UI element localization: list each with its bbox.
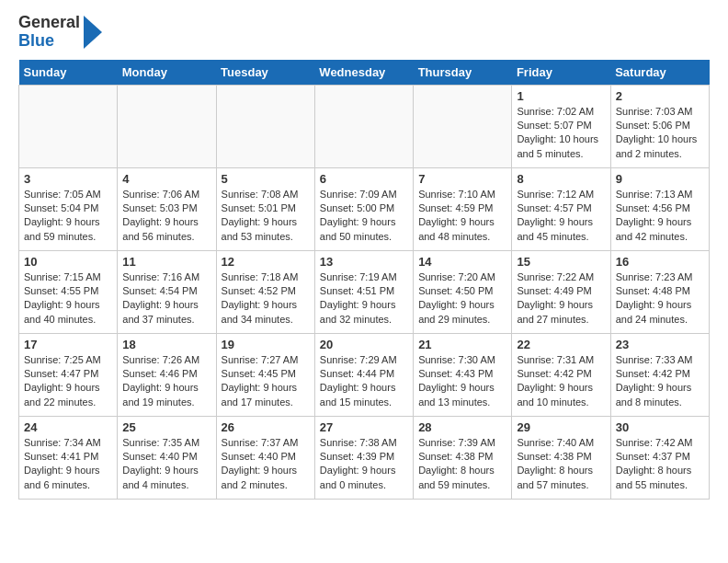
day-header-thursday: Thursday: [414, 60, 512, 86]
day-info: Sunrise: 7:23 AM Sunset: 4:48 PM Dayligh…: [616, 270, 704, 327]
week-row-3: 17Sunrise: 7:25 AM Sunset: 4:47 PM Dayli…: [19, 333, 710, 416]
week-row-1: 3Sunrise: 7:05 AM Sunset: 5:04 PM Daylig…: [19, 167, 710, 250]
day-number: 27: [320, 420, 408, 434]
day-number: 18: [122, 338, 210, 351]
calendar-cell: 12Sunrise: 7:18 AM Sunset: 4:52 PM Dayli…: [216, 250, 314, 333]
calendar-cell: [314, 85, 413, 167]
calendar-cell: 3Sunrise: 7:05 AM Sunset: 5:04 PM Daylig…: [19, 167, 118, 250]
calendar-cell: 9Sunrise: 7:13 AM Sunset: 4:56 PM Daylig…: [610, 167, 709, 250]
calendar-cell: 18Sunrise: 7:26 AM Sunset: 4:46 PM Dayli…: [118, 333, 216, 416]
logo-general: General: [18, 14, 80, 32]
day-number: 22: [517, 338, 605, 351]
day-info: Sunrise: 7:06 AM Sunset: 5:03 PM Dayligh…: [122, 188, 210, 245]
calendar-cell: 23Sunrise: 7:33 AM Sunset: 4:42 PM Dayli…: [610, 333, 709, 416]
day-number: 29: [517, 420, 605, 434]
calendar-cell: [216, 85, 314, 167]
day-info: Sunrise: 7:27 AM Sunset: 4:45 PM Dayligh…: [222, 353, 310, 410]
calendar-cell: 2Sunrise: 7:03 AM Sunset: 5:06 PM Daylig…: [610, 85, 709, 167]
calendar-cell: [19, 85, 118, 167]
day-number: 30: [616, 420, 704, 434]
calendar-cell: 11Sunrise: 7:16 AM Sunset: 4:54 PM Dayli…: [118, 250, 216, 333]
day-info: Sunrise: 7:39 AM Sunset: 4:38 PM Dayligh…: [418, 436, 506, 493]
day-info: Sunrise: 7:42 AM Sunset: 4:37 PM Dayligh…: [616, 436, 704, 493]
day-info: Sunrise: 7:08 AM Sunset: 5:01 PM Dayligh…: [222, 188, 310, 245]
day-info: Sunrise: 7:20 AM Sunset: 4:50 PM Dayligh…: [418, 270, 506, 327]
calendar-cell: [414, 85, 512, 167]
day-info: Sunrise: 7:35 AM Sunset: 4:40 PM Dayligh…: [122, 436, 210, 493]
day-info: Sunrise: 7:22 AM Sunset: 4:49 PM Dayligh…: [517, 270, 605, 327]
calendar-cell: 20Sunrise: 7:29 AM Sunset: 4:44 PM Dayli…: [314, 333, 413, 416]
day-info: Sunrise: 7:29 AM Sunset: 4:44 PM Dayligh…: [320, 353, 408, 410]
header: GeneralBlue: [18, 14, 710, 51]
day-number: 13: [320, 255, 408, 269]
day-info: Sunrise: 7:25 AM Sunset: 4:47 PM Dayligh…: [24, 353, 112, 410]
day-info: Sunrise: 7:15 AM Sunset: 4:55 PM Dayligh…: [24, 270, 112, 327]
week-row-4: 24Sunrise: 7:34 AM Sunset: 4:41 PM Dayli…: [19, 416, 710, 499]
calendar-cell: 25Sunrise: 7:35 AM Sunset: 4:40 PM Dayli…: [118, 416, 216, 499]
calendar-cell: 26Sunrise: 7:37 AM Sunset: 4:40 PM Dayli…: [216, 416, 314, 499]
calendar-cell: 29Sunrise: 7:40 AM Sunset: 4:38 PM Dayli…: [512, 416, 610, 499]
calendar-cell: 19Sunrise: 7:27 AM Sunset: 4:45 PM Dayli…: [216, 333, 314, 416]
main-container: GeneralBlue SundayMondayTuesdayWednesday…: [0, 0, 728, 513]
day-number: 24: [24, 420, 112, 434]
day-number: 11: [122, 255, 210, 269]
day-number: 4: [122, 172, 210, 186]
day-number: 16: [616, 255, 704, 269]
day-info: Sunrise: 7:12 AM Sunset: 4:57 PM Dayligh…: [517, 188, 605, 245]
calendar-cell: 27Sunrise: 7:38 AM Sunset: 4:39 PM Dayli…: [314, 416, 413, 499]
calendar-cell: 7Sunrise: 7:10 AM Sunset: 4:59 PM Daylig…: [414, 167, 512, 250]
day-number: 1: [517, 89, 605, 103]
day-info: Sunrise: 7:40 AM Sunset: 4:38 PM Dayligh…: [517, 436, 605, 493]
calendar-cell: 22Sunrise: 7:31 AM Sunset: 4:42 PM Dayli…: [512, 333, 610, 416]
calendar-cell: 10Sunrise: 7:15 AM Sunset: 4:55 PM Dayli…: [19, 250, 118, 333]
day-info: Sunrise: 7:18 AM Sunset: 4:52 PM Dayligh…: [222, 270, 310, 327]
day-number: 25: [122, 420, 210, 434]
calendar-cell: 17Sunrise: 7:25 AM Sunset: 4:47 PM Dayli…: [19, 333, 118, 416]
day-info: Sunrise: 7:19 AM Sunset: 4:51 PM Dayligh…: [320, 270, 408, 327]
day-info: Sunrise: 7:31 AM Sunset: 4:42 PM Dayligh…: [517, 353, 605, 410]
day-number: 26: [222, 420, 310, 434]
day-header-friday: Friday: [512, 60, 610, 86]
day-number: 12: [222, 255, 310, 269]
day-number: 19: [222, 338, 310, 351]
calendar-cell: 1Sunrise: 7:02 AM Sunset: 5:07 PM Daylig…: [512, 85, 610, 167]
day-number: 6: [320, 172, 408, 186]
day-number: 23: [616, 338, 704, 351]
day-info: Sunrise: 7:33 AM Sunset: 4:42 PM Dayligh…: [616, 353, 704, 410]
day-info: Sunrise: 7:16 AM Sunset: 4:54 PM Dayligh…: [122, 270, 210, 327]
day-number: 8: [517, 172, 605, 186]
calendar-cell: 16Sunrise: 7:23 AM Sunset: 4:48 PM Dayli…: [610, 250, 709, 333]
logo-chevron-icon: [84, 16, 102, 49]
logo: GeneralBlue: [18, 14, 102, 51]
logo-text: GeneralBlue: [18, 14, 102, 51]
day-header-sunday: Sunday: [19, 60, 118, 86]
day-number: 17: [24, 338, 112, 351]
day-number: 5: [222, 172, 310, 186]
calendar-cell: 21Sunrise: 7:30 AM Sunset: 4:43 PM Dayli…: [414, 333, 512, 416]
day-info: Sunrise: 7:10 AM Sunset: 4:59 PM Dayligh…: [418, 188, 506, 245]
day-info: Sunrise: 7:38 AM Sunset: 4:39 PM Dayligh…: [320, 436, 408, 493]
header-row: SundayMondayTuesdayWednesdayThursdayFrid…: [19, 60, 710, 86]
day-number: 10: [24, 255, 112, 269]
day-header-tuesday: Tuesday: [216, 60, 314, 86]
calendar-cell: 8Sunrise: 7:12 AM Sunset: 4:57 PM Daylig…: [512, 167, 610, 250]
day-number: 3: [24, 172, 112, 186]
day-info: Sunrise: 7:30 AM Sunset: 4:43 PM Dayligh…: [418, 353, 506, 410]
day-header-saturday: Saturday: [610, 60, 709, 86]
day-number: 9: [616, 172, 704, 186]
calendar-cell: 14Sunrise: 7:20 AM Sunset: 4:50 PM Dayli…: [414, 250, 512, 333]
week-row-2: 10Sunrise: 7:15 AM Sunset: 4:55 PM Dayli…: [19, 250, 710, 333]
day-number: 14: [418, 255, 506, 269]
day-number: 28: [418, 420, 506, 434]
day-info: Sunrise: 7:37 AM Sunset: 4:40 PM Dayligh…: [222, 436, 310, 493]
calendar-cell: 28Sunrise: 7:39 AM Sunset: 4:38 PM Dayli…: [414, 416, 512, 499]
day-header-monday: Monday: [118, 60, 216, 86]
svg-marker-0: [84, 16, 102, 49]
day-number: 15: [517, 255, 605, 269]
day-info: Sunrise: 7:02 AM Sunset: 5:07 PM Dayligh…: [517, 105, 605, 162]
week-row-0: 1Sunrise: 7:02 AM Sunset: 5:07 PM Daylig…: [19, 85, 710, 167]
calendar-cell: 5Sunrise: 7:08 AM Sunset: 5:01 PM Daylig…: [216, 167, 314, 250]
day-header-wednesday: Wednesday: [314, 60, 413, 86]
logo-blue: Blue: [18, 32, 80, 51]
calendar-cell: 13Sunrise: 7:19 AM Sunset: 4:51 PM Dayli…: [314, 250, 413, 333]
